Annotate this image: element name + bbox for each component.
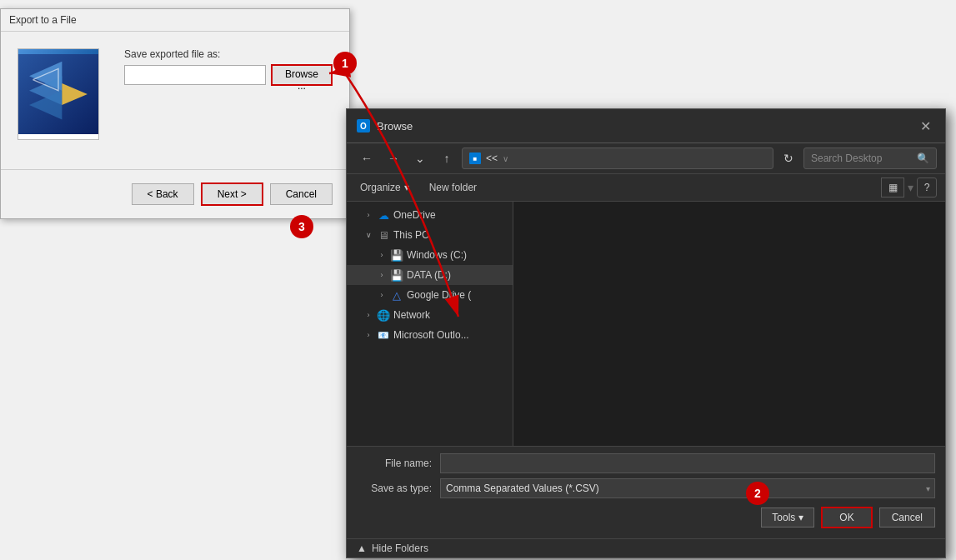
googledrive-icon: △: [390, 288, 403, 302]
save-as-label: Save exported file as:: [124, 48, 333, 60]
cancel-file-button[interactable]: Cancel: [879, 508, 935, 528]
annotation-2: 2: [746, 482, 769, 505]
filename-row: File name:: [357, 453, 935, 473]
address-chevron: ∨: [503, 154, 508, 163]
browse-dialog: O Browse ✕ ← → ⌄ ↑ ■ << ∨ ↻ Search Deskt…: [346, 108, 946, 558]
search-placeholder: Search Desktop: [811, 152, 882, 164]
address-text: <<: [486, 152, 498, 164]
tools-chevron-icon: ▾: [798, 512, 803, 523]
filetype-select[interactable]: Comma Separated Values (*.CSV): [440, 478, 935, 498]
filetype-label: Save as type:: [357, 482, 432, 494]
filename-label: File name:: [357, 458, 432, 469]
filetype-select-wrapper: Comma Separated Values (*.CSV) ▾: [440, 478, 935, 498]
export-title-bar: Export to a File: [1, 9, 349, 32]
new-folder-label: New folder: [429, 182, 477, 193]
tree-item-onedrive[interactable]: › ☁ OneDrive: [347, 205, 513, 225]
outlook-icon: 📧: [377, 328, 390, 342]
filename-input-wrapper: [440, 453, 935, 473]
browse-main: › ☁ OneDrive ∨ 🖥 This PC › 💾 Windows (C:…: [347, 202, 945, 446]
network-icon: 🌐: [377, 308, 390, 322]
export-logo: [18, 48, 99, 140]
next-button[interactable]: Next >: [201, 182, 263, 206]
back-nav-button[interactable]: ←: [355, 147, 378, 170]
browse-content: [513, 202, 945, 446]
organize-button[interactable]: Organize ▾: [355, 179, 414, 196]
view-button[interactable]: ▦: [881, 178, 904, 198]
tree-item-googledrive[interactable]: › △ Google Drive (: [347, 285, 513, 305]
datad-chevron-icon: ›: [377, 270, 387, 280]
thispc-icon: 🖥: [377, 228, 390, 242]
back-button[interactable]: < Back: [132, 183, 194, 205]
googledrive-label: Google Drive (: [407, 289, 506, 301]
browse-tree: › ☁ OneDrive ∨ 🖥 This PC › 💾 Windows (C:…: [347, 202, 513, 446]
annotation-1: 1: [333, 52, 357, 75]
hide-folders-bar[interactable]: ▲ Hide Folders: [347, 538, 945, 558]
export-form: Save exported file as: Browse ...: [124, 48, 333, 86]
tree-item-network[interactable]: › 🌐 Network: [347, 305, 513, 325]
hide-folders-chevron-icon: ▲: [357, 542, 367, 554]
search-box[interactable]: Search Desktop 🔍: [803, 148, 937, 169]
browse-button[interactable]: Browse ...: [271, 64, 333, 86]
address-bar[interactable]: ■ << ∨: [462, 148, 773, 169]
filetype-row: Save as type: Comma Separated Values (*.…: [357, 478, 935, 498]
tree-item-thispc[interactable]: ∨ 🖥 This PC: [347, 225, 513, 245]
tree-item-data-d[interactable]: › 💾 DATA (D:): [347, 265, 513, 285]
browse-app-icon: O: [357, 119, 370, 132]
ok-button[interactable]: OK: [821, 507, 872, 528]
close-button[interactable]: ✕: [915, 116, 935, 136]
network-chevron-icon: ›: [363, 310, 373, 320]
export-dialog: Export to a File: [0, 8, 350, 219]
browse-footer: File name: Save as type: Comma Separated…: [347, 446, 945, 538]
address-icon: ■: [469, 152, 481, 164]
up-nav-button[interactable]: ↑: [435, 147, 458, 170]
export-bottom: < Back Next > Cancel: [1, 169, 349, 218]
onedrive-chevron-icon: ›: [363, 210, 373, 220]
dropdown-nav-button[interactable]: ⌄: [408, 147, 432, 170]
browse-title-left: O Browse: [357, 119, 413, 132]
forward-nav-button[interactable]: →: [382, 147, 405, 170]
browse-actions: Organize ▾ New folder ▦ ▾ ?: [347, 174, 945, 202]
search-icon: 🔍: [917, 152, 929, 164]
network-label: Network: [393, 309, 506, 321]
annotation-3: 3: [290, 215, 313, 238]
filename-input[interactable]: [440, 453, 935, 473]
organize-chevron-icon: ▾: [404, 182, 409, 193]
tools-button[interactable]: Tools ▾: [761, 508, 814, 528]
outlook-label: Microsoft Outlo...: [393, 329, 506, 341]
footer-buttons: Tools ▾ OK Cancel: [357, 503, 935, 532]
windowsc-icon: 💾: [390, 248, 403, 262]
thispc-chevron-icon: ∨: [363, 230, 373, 240]
cancel-button[interactable]: Cancel: [270, 183, 333, 205]
export-input-row: Browse ...: [124, 64, 333, 86]
refresh-button[interactable]: ↻: [777, 147, 800, 170]
export-title: Export to a File: [9, 14, 77, 26]
browse-toolbar: ← → ⌄ ↑ ■ << ∨ ↻ Search Desktop 🔍: [347, 143, 945, 174]
googledrive-chevron-icon: ›: [377, 290, 387, 300]
organize-label: Organize: [360, 182, 401, 193]
datad-label: DATA (D:): [407, 269, 506, 281]
tree-item-outlook[interactable]: › 📧 Microsoft Outlo...: [347, 325, 513, 345]
hide-folders-label: Hide Folders: [372, 542, 428, 554]
browse-title-bar: O Browse ✕: [347, 109, 945, 143]
datad-icon: 💾: [390, 268, 403, 282]
tree-item-windows-c[interactable]: › 💾 Windows (C:): [347, 245, 513, 265]
windowsc-label: Windows (C:): [407, 249, 506, 261]
thispc-label: This PC: [393, 229, 506, 241]
windowsc-chevron-icon: ›: [377, 250, 387, 260]
tools-label: Tools: [772, 512, 795, 523]
onedrive-label: OneDrive: [393, 209, 506, 221]
new-folder-button[interactable]: New folder: [424, 179, 482, 196]
outlook-chevron-icon: ›: [363, 330, 373, 340]
help-button[interactable]: ?: [917, 178, 937, 198]
onedrive-icon: ☁: [377, 208, 390, 222]
export-file-input[interactable]: [124, 65, 266, 85]
export-content: Save exported file as: Browse ...: [1, 32, 349, 157]
browse-title-text: Browse: [377, 120, 413, 132]
